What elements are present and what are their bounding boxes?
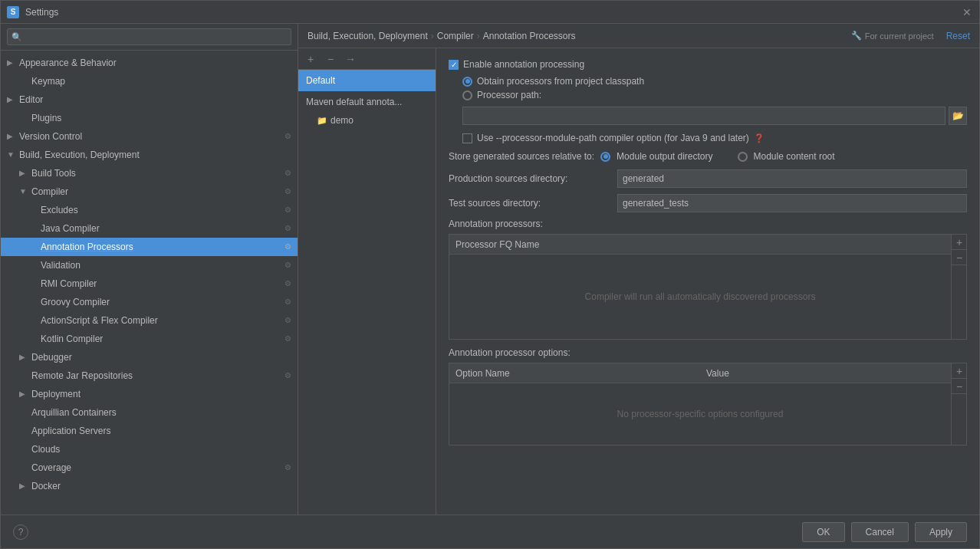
sidebar-item-kotlin-compiler[interactable]: Kotlin Compiler ⚙: [1, 330, 298, 348]
sidebar-item-coverage[interactable]: Coverage ⚙: [1, 459, 298, 477]
sidebar-item-compiler[interactable]: ▼ Compiler ⚙: [1, 182, 298, 201]
add-option-button[interactable]: +: [952, 363, 967, 379]
breadcrumb-part3: Annotation Processors: [483, 31, 576, 41]
test-sources-input[interactable]: [617, 194, 967, 212]
gear-icon: ⚙: [284, 313, 291, 328]
module-output-radio-btn[interactable]: [600, 152, 610, 162]
gear-icon: ⚙: [284, 129, 291, 144]
reset-button[interactable]: Reset: [946, 31, 970, 41]
help-button[interactable]: ?: [13, 524, 28, 540]
arrow-icon: ▶: [19, 166, 28, 181]
production-sources-input[interactable]: [617, 169, 967, 188]
sidebar-item-label: Editor: [19, 92, 291, 107]
sidebar-item-editor[interactable]: ▶ Editor: [1, 90, 298, 109]
sidebar-item-label: Build Tools: [31, 166, 281, 181]
content-area: 🔍 ▶ Appearance & Behavior Keymap ▶ Edito…: [1, 24, 979, 514]
sidebar-item-label: Clouds: [31, 442, 291, 457]
obtain-processors-radio[interactable]: Obtain processors from project classpath: [462, 76, 967, 87]
sidebar-item-build-exec[interactable]: ▼ Build, Execution, Deployment: [1, 146, 298, 164]
copy-profile-button[interactable]: →: [343, 51, 358, 67]
gear-icon: ⚙: [284, 166, 291, 181]
sidebar-item-label: Version Control: [19, 129, 281, 144]
sidebar-item-version-control[interactable]: ▶ Version Control ⚙: [1, 127, 298, 146]
sidebar-item-rmi-compiler[interactable]: RMI Compiler ⚙: [1, 274, 298, 293]
annotation-processor-options-label: Annotation processor options:: [449, 347, 967, 358]
sidebar-item-appearance[interactable]: ▶ Appearance & Behavior: [1, 54, 298, 72]
sidebar-item-plugins[interactable]: Plugins: [1, 109, 298, 127]
test-sources-row: Test sources directory:: [449, 194, 967, 212]
sidebar-item-debugger[interactable]: ▶ Debugger: [1, 348, 298, 367]
ok-button[interactable]: OK: [802, 522, 844, 542]
processors-table-side-buttons: + −: [951, 235, 966, 339]
annotation-processor-options-table-wrap: Option Name Value No processor-specific …: [449, 363, 967, 445]
sidebar-item-groovy-compiler[interactable]: Groovy Compiler ⚙: [1, 293, 298, 311]
sidebar-item-docker[interactable]: ▶ Docker: [1, 477, 298, 495]
for-project-label: 🔧 For current project: [851, 31, 934, 41]
sidebar-item-label: Deployment: [31, 386, 291, 402]
processors-table-header: Processor FQ Name: [449, 235, 951, 255]
gear-icon: ⚙: [284, 239, 291, 255]
sidebar-item-app-servers[interactable]: Application Servers: [1, 422, 298, 440]
enable-annotation-label[interactable]: ✓ Enable annotation processing: [449, 59, 584, 70]
processor-path-radio[interactable]: Processor path:: [462, 90, 967, 100]
gear-icon: ⚙: [284, 331, 291, 347]
settings-tree: ▶ Appearance & Behavior Keymap ▶ Editor …: [1, 51, 298, 514]
sidebar-item-actionscript[interactable]: ActionScript & Flex Compiler ⚙: [1, 311, 298, 330]
project-icon: 🔧: [851, 31, 862, 41]
sidebar-item-validation[interactable]: Validation ⚙: [1, 256, 298, 274]
sidebar-item-build-tools[interactable]: ▶ Build Tools ⚙: [1, 164, 298, 182]
remove-processor-button[interactable]: −: [952, 250, 967, 265]
profile-item-maven[interactable]: Maven default annota...: [298, 91, 436, 113]
remove-option-button[interactable]: −: [952, 379, 967, 394]
apply-button[interactable]: Apply: [915, 522, 967, 542]
gear-icon: ⚙: [284, 221, 291, 236]
sidebar-item-deployment[interactable]: ▶ Deployment: [1, 385, 298, 403]
processor-path-browse-button[interactable]: 📂: [949, 107, 967, 125]
sidebar-item-remote-jar[interactable]: Remote Jar Repositories ⚙: [1, 367, 298, 385]
sidebar-item-annotation-processors[interactable]: Annotation Processors ⚙: [1, 238, 298, 256]
enable-annotation-checkbox[interactable]: ✓: [449, 60, 459, 70]
sidebar-item-keymap[interactable]: Keymap: [1, 72, 298, 90]
add-processor-button[interactable]: +: [952, 235, 967, 250]
profile-item-demo[interactable]: 📁 demo: [298, 113, 436, 128]
sidebar-item-label: Kotlin Compiler: [41, 331, 281, 347]
module-output-radio[interactable]: Module output directory: [600, 151, 712, 162]
settings-window: S Settings ✕ 🔍 ▶ Appearance & Behavior K: [0, 0, 980, 549]
sidebar-item-label: Java Compiler: [41, 221, 281, 236]
remove-profile-button[interactable]: −: [323, 51, 338, 67]
sidebar-item-label: Debugger: [31, 350, 291, 365]
use-module-path-checkbox[interactable]: [462, 133, 472, 143]
main-settings-panel: ✓ Enable annotation processing Obtain pr…: [436, 48, 979, 514]
processor-path-radio-btn[interactable]: [462, 90, 472, 100]
options-table-main: Option Name Value No processor-specific …: [449, 363, 951, 445]
left-panel: 🔍 ▶ Appearance & Behavior Keymap ▶ Edito…: [1, 24, 298, 514]
processors-table-body: Compiler will run all automatically disc…: [449, 255, 951, 339]
profile-item-default[interactable]: Default: [298, 70, 436, 91]
sidebar-item-label: Plugins: [31, 110, 291, 126]
arrow-icon: ▼: [7, 147, 16, 163]
folder-icon: 📁: [317, 116, 327, 126]
module-content-radio[interactable]: Module content root: [738, 151, 835, 162]
close-button[interactable]: ✕: [961, 6, 973, 18]
window-title: Settings: [25, 7, 961, 18]
breadcrumb-bar: Build, Execution, Deployment › Compiler …: [298, 24, 979, 48]
add-profile-button[interactable]: +: [303, 51, 318, 67]
breadcrumb-sep1: ›: [431, 31, 434, 41]
arrow-icon: ▼: [19, 184, 28, 199]
processor-path-input[interactable]: [462, 107, 945, 125]
arrow-icon: ▶: [19, 478, 28, 494]
obtain-processors-radio-btn[interactable]: [462, 77, 472, 87]
search-input[interactable]: [7, 28, 291, 45]
sidebar-item-label: Annotation Processors: [41, 239, 281, 255]
cancel-button[interactable]: Cancel: [851, 522, 909, 542]
arrow-icon: ▶: [7, 92, 16, 107]
profile-list: Default Maven default annota... 📁 demo: [298, 70, 436, 514]
sidebar-item-clouds[interactable]: Clouds: [1, 440, 298, 459]
gear-icon: ⚙: [284, 258, 291, 273]
sidebar-item-label: Validation: [41, 258, 281, 273]
help-icon[interactable]: ❓: [754, 133, 765, 143]
module-content-radio-btn[interactable]: [738, 152, 748, 162]
sidebar-item-java-compiler[interactable]: Java Compiler ⚙: [1, 219, 298, 238]
sidebar-item-excludes[interactable]: Excludes ⚙: [1, 201, 298, 219]
sidebar-item-arquillian[interactable]: Arquillian Containers: [1, 403, 298, 422]
